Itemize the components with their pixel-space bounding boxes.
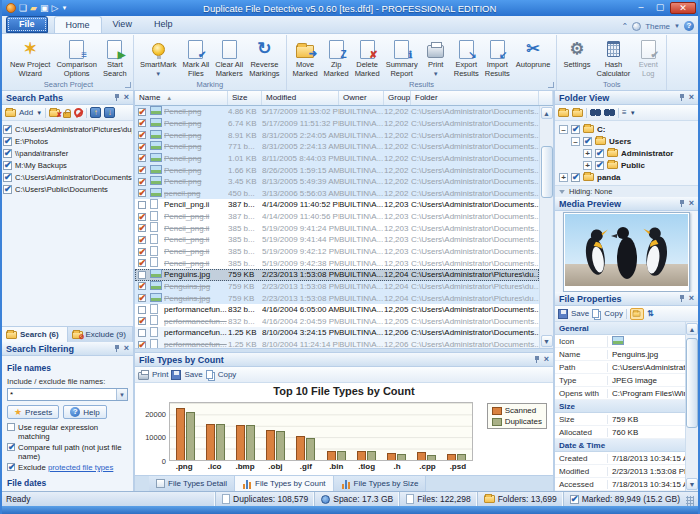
section-file-names[interactable]: File names <box>7 363 128 373</box>
protected-file-types-link[interactable]: protected file types <box>48 463 113 472</box>
presets-button[interactable]: ★Presets <box>7 405 59 419</box>
theme-label[interactable]: Theme <box>645 22 670 31</box>
theme-dropdown-icon[interactable]: ▼ <box>674 23 680 29</box>
chart-copy-button[interactable]: Copy <box>218 370 237 379</box>
pin-icon[interactable] <box>678 294 686 303</box>
row-checkbox[interactable] <box>138 224 146 232</box>
section-file-dates[interactable]: File dates <box>7 478 128 488</box>
row-checkbox[interactable] <box>138 317 146 325</box>
path-checkbox[interactable] <box>3 173 12 182</box>
table-row[interactable]: Pencil.png3.45 KB8/13/2005 5:49:39 AMBUI… <box>135 176 539 188</box>
dialog-launcher-icon[interactable] <box>548 82 554 88</box>
column-header-size[interactable]: Size <box>228 91 262 105</box>
chart-tab-file-types-by-size[interactable]: File Types by Size <box>334 476 427 491</box>
row-checkbox[interactable] <box>138 294 146 302</box>
tree-toggle-icon[interactable]: – <box>559 125 568 134</box>
app-logo-icon[interactable] <box>6 3 16 13</box>
paths-tab-search[interactable]: Search (6) <box>2 327 68 342</box>
close-panel-icon[interactable]: × <box>689 199 694 208</box>
ribbon-button-zip-marked[interactable]: ZZipMarked <box>321 36 352 79</box>
properties-scrollbar[interactable]: ▲ ▼ <box>685 322 698 491</box>
tree-checkbox[interactable] <box>595 149 604 158</box>
open-folder-icon[interactable]: ▰ <box>30 4 37 13</box>
table-row[interactable]: Pencil_png.ii387 b...4/14/2009 11:40:56 … <box>135 211 539 223</box>
save-icon[interactable]: ▣ <box>40 4 49 13</box>
row-checkbox[interactable] <box>138 154 146 162</box>
file-menu-button[interactable]: File <box>6 16 48 33</box>
row-checkbox[interactable] <box>138 236 146 244</box>
tree-toggle-icon[interactable]: + <box>583 149 592 158</box>
table-row[interactable]: Pencil.png1.66 KB8/26/2005 1:59:15 AMBUI… <box>135 164 539 176</box>
column-header-owner[interactable]: Owner <box>339 91 384 105</box>
table-row[interactable]: Pencil.png1.01 KB8/11/2005 8:44:03 PMBUI… <box>135 153 539 165</box>
tree-checkbox[interactable] <box>571 173 580 182</box>
row-checkbox[interactable] <box>138 131 146 139</box>
ribbon-button-comparison-options[interactable]: ≡ComparisonOptions <box>53 36 99 79</box>
filter-checkbox[interactable] <box>7 423 15 431</box>
maximize-button[interactable]: ▢ <box>651 2 669 14</box>
tree-node-public[interactable]: +Public <box>557 159 696 171</box>
ribbon-button-import-results[interactable]: ↙ImportResults <box>482 36 513 79</box>
scroll-thumb[interactable] <box>541 146 553 198</box>
filter-checkbox-row[interactable]: Compare full path (not just file name) <box>7 443 128 461</box>
chart-save-button[interactable]: Save <box>184 370 202 379</box>
table-row[interactable]: performancefun...1.25 KB8/10/2004 11:24:… <box>135 339 539 348</box>
sort-az-icon[interactable]: ⇅ <box>647 309 654 318</box>
dialog-launcher-icon[interactable] <box>125 82 131 88</box>
exclude-path-icon[interactable] <box>74 108 83 117</box>
column-header-name[interactable]: Name▲ <box>135 91 228 105</box>
row-checkbox[interactable] <box>138 306 146 314</box>
find-next-icon[interactable] <box>604 109 615 116</box>
tab-home[interactable]: Home <box>54 16 102 33</box>
new-file-icon[interactable]: ❏ <box>19 4 27 13</box>
path-checkbox[interactable] <box>3 137 12 146</box>
row-checkbox[interactable] <box>138 178 146 186</box>
tree-checkbox[interactable] <box>595 161 604 170</box>
ribbon-button-reverse-markings[interactable]: ↻ReverseMarkings <box>246 36 282 79</box>
scroll-down-icon[interactable]: ▼ <box>686 478 698 490</box>
table-row[interactable]: Penguins.jpg759 KB2/23/2013 1:53:08 PMBU… <box>135 281 539 293</box>
remove-path-icon[interactable]: ✘ <box>49 109 60 117</box>
table-row[interactable]: Penguins.jpg759 KB2/23/2013 1:53:08 PMBU… <box>135 292 539 304</box>
search-path-item[interactable]: E:\Photos <box>3 135 132 147</box>
column-header-folder[interactable]: Folder <box>411 91 539 105</box>
pin-icon[interactable] <box>533 355 541 364</box>
tree-toggle-icon[interactable]: + <box>559 173 568 182</box>
tree-checkbox[interactable] <box>571 125 580 134</box>
table-row[interactable]: Pencil.png4.86 KB5/17/2009 11:53:02 PMBU… <box>135 106 539 118</box>
ribbon-button-hash-calculator[interactable]: HashCalculator <box>594 36 634 79</box>
lock-path-icon[interactable] <box>63 112 71 118</box>
table-row[interactable]: Pencil_png.ii385 b...5/19/2009 9:42:12 P… <box>135 246 539 258</box>
ribbon-button-print[interactable]: Print▼ <box>421 36 451 79</box>
pin-icon[interactable] <box>678 93 686 102</box>
ribbon-button-new-project-wizard[interactable]: ✶New ProjectWizard <box>7 36 53 79</box>
close-panel-icon[interactable]: × <box>124 344 129 353</box>
properties-copy-button[interactable]: Copy <box>604 309 623 318</box>
input-dropdown-icon[interactable]: ▼ <box>116 389 127 400</box>
filter-checkbox[interactable] <box>7 463 15 471</box>
search-path-item[interactable]: C:\Users\Administrator\Documents <box>3 171 132 183</box>
tree-node-users[interactable]: –Users <box>557 135 696 147</box>
pin-icon[interactable] <box>678 199 686 208</box>
column-header-group[interactable]: Group <box>384 91 411 105</box>
path-checkbox[interactable] <box>3 185 12 194</box>
chart-tab-file-types-detail[interactable]: File Types Detail <box>149 476 235 491</box>
table-row[interactable]: performancefun...1.25 KB8/10/2004 3:24:1… <box>135 327 539 339</box>
row-checkbox[interactable] <box>138 143 146 151</box>
tree-options-dropdown-icon[interactable]: ▼ <box>630 110 636 116</box>
theme-icon[interactable] <box>632 22 641 31</box>
add-button-label[interactable]: Add <box>19 108 33 117</box>
add-folder-icon[interactable] <box>5 109 16 117</box>
ribbon-button-autoprune[interactable]: ✂Autoprune <box>513 36 554 71</box>
tree-node-panda[interactable]: +panda <box>557 171 696 183</box>
path-checkbox[interactable] <box>3 125 12 134</box>
table-row[interactable]: performancefun...832 b...4/16/2004 2:04:… <box>135 316 539 328</box>
scroll-thumb[interactable] <box>686 338 698 428</box>
minimize-button[interactable]: – <box>632 2 650 14</box>
scroll-up-icon[interactable]: ▲ <box>541 107 553 119</box>
add-dropdown-icon[interactable]: ▼ <box>36 110 42 116</box>
path-checkbox[interactable] <box>3 161 12 170</box>
table-row[interactable]: Pencil_png.ii387 b...4/14/2009 11:40:52 … <box>135 199 539 211</box>
ribbon-button-summary-report[interactable]: ℹSummaryReport <box>383 36 421 79</box>
path-checkbox[interactable] <box>3 149 12 158</box>
